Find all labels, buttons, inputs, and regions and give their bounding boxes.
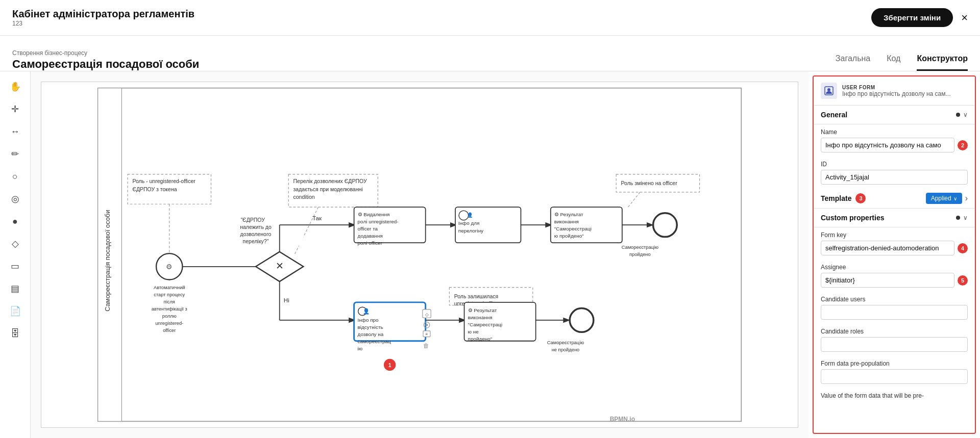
value-hint-label: Value of the form data that will be pre- xyxy=(821,392,968,399)
svg-text:ію: ію xyxy=(358,346,363,351)
applied-label: Applied xyxy=(931,195,951,202)
name-input[interactable] xyxy=(821,138,954,152)
svg-text:unregistered-: unregistered- xyxy=(155,321,183,326)
svg-text:дозволу на: дозволу на xyxy=(358,331,384,337)
name-badge: 2 xyxy=(958,140,968,150)
left-toolbar: ✋ ✛ ↔ ✏ ○ ◎ ● ◇ ▭ ▤ 📄 🗄 xyxy=(0,71,31,438)
svg-text:роллю: роллю xyxy=(162,314,177,319)
rectangle-icon[interactable]: ▭ xyxy=(6,257,24,275)
candidate-roles-label: Candidate roles xyxy=(821,328,968,335)
name-field: Name 2 xyxy=(814,124,975,157)
custom-props-chevron: ∨ xyxy=(963,214,968,221)
template-arrow-button[interactable]: › xyxy=(965,194,968,203)
svg-text:condition: condition xyxy=(293,194,315,200)
svg-text:Самореєстрацію: Самореєстрацію xyxy=(622,245,659,250)
svg-text:1: 1 xyxy=(388,362,391,368)
form-key-field: Form key 4 xyxy=(814,227,975,260)
candidate-roles-field: Candidate roles xyxy=(814,324,975,356)
close-button[interactable]: × xyxy=(961,11,968,24)
bpmn-watermark: BPMN.io xyxy=(610,416,635,423)
user-form-icon xyxy=(821,83,837,99)
bpmn-diagram[interactable]: Самореєстрація посадової особи ⚙ Роль - … xyxy=(41,82,798,428)
tab-constructor[interactable]: Конструктор xyxy=(917,54,968,71)
svg-text:належить до: належить до xyxy=(240,224,272,230)
id-input[interactable] xyxy=(821,170,968,185)
form-key-label: Form key xyxy=(821,231,968,239)
svg-point-92 xyxy=(827,88,830,91)
svg-text:◇: ◇ xyxy=(425,312,429,317)
database-icon[interactable]: 🗄 xyxy=(6,324,24,343)
svg-text:⚙ Результат: ⚙ Результат xyxy=(468,307,497,313)
svg-text:пройдено: пройдено xyxy=(629,252,651,257)
svg-text:дозволеного: дозволеного xyxy=(240,231,272,237)
app-title: Кабінет адміністратора регламентів xyxy=(12,8,194,20)
general-section-title: General xyxy=(821,111,847,119)
svg-point-81 xyxy=(570,308,594,332)
sub-header-left: Створення бізнес-процесу Самореєстрація … xyxy=(12,49,199,71)
id-label: ID xyxy=(821,161,968,168)
general-dot xyxy=(956,113,960,117)
svg-text:⚙ Видалення: ⚙ Видалення xyxy=(358,212,390,217)
svg-text:Ні: Ні xyxy=(284,297,289,303)
candidate-users-input[interactable] xyxy=(821,305,968,320)
custom-props-section-header[interactable]: Custom properties ∨ xyxy=(814,209,975,227)
document-icon[interactable]: 📄 xyxy=(6,302,24,320)
panel-header: USER FORM Інфо про відсутність дозволу н… xyxy=(814,76,975,106)
svg-text:додавання: додавання xyxy=(358,233,383,239)
breadcrumb: Створення бізнес-процесу xyxy=(12,49,199,57)
pencil-icon[interactable]: ✏ xyxy=(6,145,24,163)
header-right: Зберегти зміни × xyxy=(871,8,968,27)
svg-text:виконання: виконання xyxy=(468,315,493,320)
applied-chevron: ∨ xyxy=(953,196,957,201)
diamond-icon[interactable]: ◇ xyxy=(6,235,24,253)
template-label: Template xyxy=(821,194,851,202)
svg-text:Перелік дозволених ЄДРПОУ: Перелік дозволених ЄДРПОУ xyxy=(293,178,367,184)
svg-text:Роль - unregistered-officer: Роль - unregistered-officer xyxy=(132,178,195,184)
svg-text:✕: ✕ xyxy=(276,261,284,271)
form-data-input[interactable] xyxy=(821,369,968,384)
name-label: Name xyxy=(821,128,968,136)
form-data-field: Form data pre-population xyxy=(814,356,975,388)
save-button[interactable]: Зберегти зміни xyxy=(871,8,953,27)
form-key-input[interactable] xyxy=(821,241,954,255)
svg-point-66 xyxy=(426,324,428,326)
circle-icon[interactable]: ○ xyxy=(6,167,24,186)
panel-header-text: USER FORM Інфо про відсутність дозволу н… xyxy=(842,85,951,97)
svg-text:≡: ≡ xyxy=(426,332,428,337)
applied-button[interactable]: Applied ∨ xyxy=(926,193,962,204)
template-row: Template 3 Applied ∨ › xyxy=(814,189,975,209)
svg-text:пройдено": пройдено" xyxy=(468,336,493,342)
svg-text:⚙: ⚙ xyxy=(166,263,173,271)
svg-text:Автоматичний: Автоматичний xyxy=(154,285,185,290)
template-controls: Applied ∨ › xyxy=(926,193,968,204)
move-icon[interactable]: ✛ xyxy=(6,100,24,118)
tabs-container: Загальна Код Конструктор xyxy=(836,54,968,71)
sub-header: Створення бізнес-процесу Самореєстрація … xyxy=(0,36,980,71)
svg-text:Роль змінено на officer: Роль змінено на officer xyxy=(621,180,678,186)
form-data-label: Form data pre-population xyxy=(821,360,968,367)
svg-text:🗑: 🗑 xyxy=(423,342,429,349)
candidate-roles-input[interactable] xyxy=(821,337,968,352)
svg-text:ю не: ю не xyxy=(468,329,479,334)
svg-text:officer та: officer та xyxy=(358,226,378,231)
svg-text:👤: 👤 xyxy=(467,212,473,218)
assignee-input[interactable] xyxy=(821,273,954,288)
svg-text:ю пройдено": ю пройдено" xyxy=(554,233,584,239)
svg-text:не пройдено: не пройдено xyxy=(552,347,580,352)
right-panel: USER FORM Інфо про відсутність дозволу н… xyxy=(813,75,976,434)
hand-icon[interactable]: ✋ xyxy=(6,78,24,96)
form-key-badge: 4 xyxy=(958,243,968,253)
svg-text:"Самреєстраці: "Самреєстраці xyxy=(468,322,503,327)
bpmn-canvas[interactable]: Самореєстрація посадової особи ⚙ Роль - … xyxy=(31,71,808,438)
resize-icon[interactable]: ↔ xyxy=(6,122,24,141)
double-circle-icon[interactable]: ◎ xyxy=(6,190,24,208)
general-section-controls: ∨ xyxy=(956,111,968,118)
svg-text:ролі unregistered-: ролі unregistered- xyxy=(358,219,399,224)
tab-code[interactable]: Код xyxy=(887,54,900,71)
filled-circle-icon[interactable]: ● xyxy=(6,212,24,230)
general-section-header[interactable]: General ∨ xyxy=(814,106,975,124)
tab-general[interactable]: Загальна xyxy=(836,54,870,71)
svg-text:"ЄДРПОУ: "ЄДРПОУ xyxy=(240,217,265,223)
panel-name: Інфо про відсутність дозволу на сам... xyxy=(842,90,951,97)
panel-icon[interactable]: ▤ xyxy=(6,279,24,298)
